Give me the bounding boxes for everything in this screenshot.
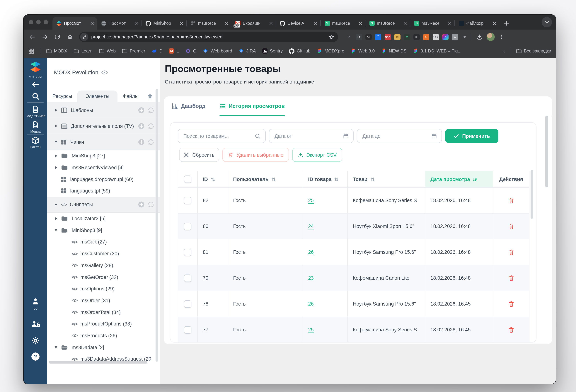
tab-close-icon[interactable] xyxy=(134,21,139,26)
tree-vertical-scrollbar[interactable] xyxy=(156,89,158,362)
tree-section-7[interactable]: </>Сниппеты xyxy=(47,197,160,213)
caret-right-icon[interactable] xyxy=(54,108,58,112)
sidebar-item-settings[interactable] xyxy=(24,336,47,345)
tree-item-19[interactable]: ms3Dadata [2] xyxy=(47,341,160,353)
delete-row-button[interactable] xyxy=(508,249,515,255)
tree-item-8[interactable]: Localizator3 [6] xyxy=(47,213,160,224)
tree-section-2[interactable]: Чанки xyxy=(47,134,160,150)
browser-tab-2[interactable]: MiniShop xyxy=(142,17,187,29)
tab-close-icon[interactable] xyxy=(447,21,452,26)
tree-item-18[interactable]: </>msProducts (26) xyxy=(47,330,160,341)
add-icon[interactable] xyxy=(138,107,145,113)
refresh-icon[interactable] xyxy=(147,201,154,208)
content-tab-0[interactable]: Дашборд xyxy=(172,96,205,116)
tree-item-6[interactable]: languages.tpl (59) xyxy=(47,185,160,197)
bookmark-item-13[interactable]: NEW DS xyxy=(381,48,407,54)
languagetool-extension-icon[interactable]: LT xyxy=(356,34,362,40)
reload-button[interactable] xyxy=(52,31,63,42)
back-button[interactable] xyxy=(27,31,38,42)
delete-row-button[interactable] xyxy=(508,223,515,230)
tree-item-11[interactable]: </>msCustomer (30) xyxy=(47,248,160,259)
address-bar[interactable]: project.test/manager/?a=index&namespace=… xyxy=(79,32,338,42)
sidebar-item-content[interactable]: Содержимое xyxy=(24,106,47,118)
table-scrollbar[interactable] xyxy=(531,170,533,219)
caret-right-icon[interactable] xyxy=(54,217,58,220)
column-header-1[interactable]: ID xyxy=(198,171,228,187)
sidebar-item-user[interactable]: root xyxy=(24,297,47,310)
notes-extension-icon[interactable]: ▤ xyxy=(394,34,401,40)
row-checkbox[interactable] xyxy=(184,274,191,282)
delete-row-button[interactable] xyxy=(508,197,515,204)
bookmark-star-icon[interactable] xyxy=(328,34,334,40)
caret-right-icon[interactable] xyxy=(54,124,58,128)
sort-icon[interactable] xyxy=(370,177,375,182)
column-header-3[interactable]: ID товара xyxy=(303,171,348,187)
browser-tab-6[interactable]: Sms3Rece xyxy=(321,17,365,29)
content-tab-1[interactable]: История просмотров xyxy=(219,96,285,116)
mask-extension-icon[interactable]: ⌒ xyxy=(375,34,381,40)
all-bookmarks-button[interactable]: Все закладки xyxy=(516,48,551,54)
tree-item-17[interactable]: </>msProductOptions (33) xyxy=(47,318,160,330)
tree-item-3[interactable]: MiniShop3 [27] xyxy=(47,150,160,162)
delete-selected-button[interactable]: Удалить выбранные xyxy=(222,148,289,162)
tab-close-icon[interactable] xyxy=(492,21,497,26)
column-header-5[interactable]: Дата просмотра xyxy=(425,171,493,187)
modx-logo[interactable] xyxy=(24,61,47,73)
window-close-button[interactable] xyxy=(29,20,33,24)
caret-right-icon[interactable] xyxy=(54,154,58,158)
bookmark-item-11[interactable]: MODXpro xyxy=(317,48,344,54)
wappalyzer-extension-icon[interactable]: W xyxy=(452,34,458,40)
sidebar-item-media[interactable]: Медиа xyxy=(24,121,47,133)
tree-tab-resources[interactable]: Ресурсы xyxy=(47,90,77,102)
browser-tab-9[interactable]: Файлохр xyxy=(455,17,499,29)
tree-section-1[interactable]: Дополнительные поля (TV) xyxy=(47,118,160,134)
bookmark-item-6[interactable]: Q xyxy=(185,48,197,54)
vue-devtools-extension-icon[interactable]: V xyxy=(404,34,410,40)
claude-extension-icon[interactable]: C xyxy=(346,34,352,40)
bookmark-item-12[interactable]: Web 3.0 xyxy=(351,48,375,54)
tree-item-12[interactable]: </>msGallery (28) xyxy=(47,259,160,271)
on-toggle-extension-icon[interactable]: ON xyxy=(365,34,372,40)
add-icon[interactable] xyxy=(138,201,145,208)
product-search-input[interactable] xyxy=(178,129,266,143)
refresh-icon[interactable] xyxy=(147,138,154,145)
tree-horizontal-scrollbar[interactable] xyxy=(49,361,147,364)
bookmark-item-4[interactable]: D xyxy=(151,48,162,54)
export-csv-button[interactable]: Экспорт CSV xyxy=(292,148,342,162)
tree-tab-elements[interactable]: Элементы xyxy=(77,90,117,102)
apply-button[interactable]: Применить xyxy=(445,129,498,143)
tree-item-9[interactable]: MiniShop3 [9] xyxy=(47,224,160,236)
sidebar-item-help[interactable]: ? xyxy=(24,352,47,361)
tree-item-13[interactable]: </>msGetOrder (32) xyxy=(47,271,160,283)
tree-trash-icon[interactable] xyxy=(147,93,153,100)
product-id-link[interactable]: 24 xyxy=(308,224,314,229)
product-id-link[interactable]: 25 xyxy=(308,198,314,203)
puzzle-extension-icon[interactable]: ⬟ xyxy=(461,34,468,40)
bookmark-item-2[interactable]: Web xyxy=(99,48,116,54)
row-checkbox[interactable] xyxy=(184,197,191,204)
tab-close-icon[interactable] xyxy=(224,21,229,26)
add-icon[interactable] xyxy=(138,138,145,145)
site-settings-icon[interactable] xyxy=(80,33,88,41)
search-rail-icon[interactable] xyxy=(24,92,47,100)
home-button[interactable] xyxy=(64,31,75,42)
tree-item-15[interactable]: </>msOrder (31) xyxy=(47,295,160,306)
bookmark-item-3[interactable]: Premier xyxy=(122,48,145,54)
bookmark-item-0[interactable]: MODX xyxy=(46,48,67,54)
tree-item-4[interactable]: ms3RecentlyViewed [4] xyxy=(47,162,160,173)
bookmark-item-14[interactable]: 3.1 DS_WEB – Fig... xyxy=(413,48,461,54)
browser-menu-button[interactable] xyxy=(496,31,507,42)
tab-close-icon[interactable] xyxy=(268,21,273,26)
sidebar-item-user-permissions[interactable] xyxy=(24,320,47,328)
tab-close-icon[interactable] xyxy=(179,21,184,26)
date-from-input[interactable] xyxy=(269,129,354,143)
tree-item-5[interactable]: languages.dropdown.tpl (60) xyxy=(47,173,160,185)
seo-extension-icon[interactable]: SEO xyxy=(385,34,391,40)
caret-down-icon[interactable] xyxy=(54,203,58,206)
date-to-input[interactable] xyxy=(357,129,442,143)
row-checkbox[interactable] xyxy=(184,300,191,308)
sort-icon[interactable] xyxy=(334,177,339,182)
delete-row-button[interactable] xyxy=(508,301,515,307)
profile-avatar[interactable] xyxy=(487,33,495,41)
delete-row-button[interactable] xyxy=(508,326,515,333)
